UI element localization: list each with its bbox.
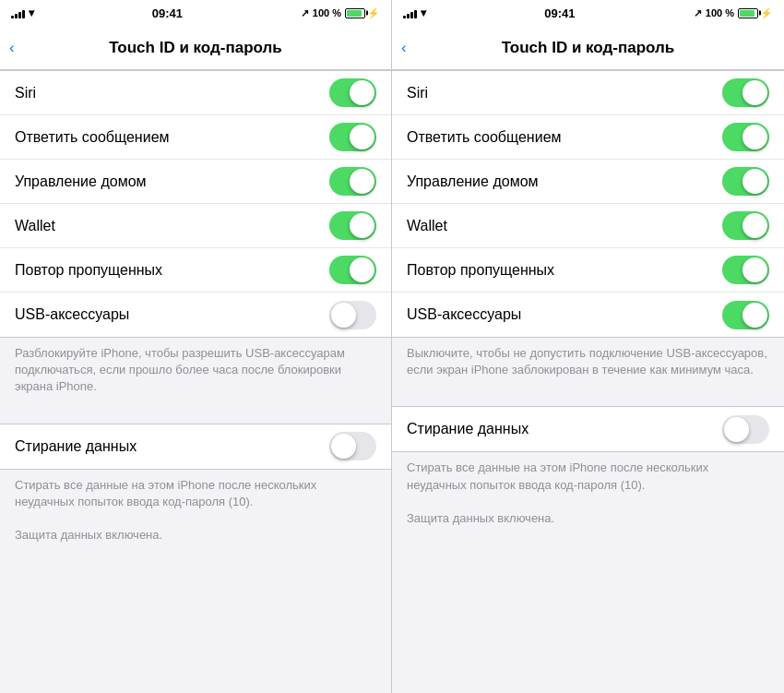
row-label-4: Повтор пропущенных <box>15 262 162 279</box>
row-label-3: Wallet <box>407 218 447 234</box>
toggle-3[interactable] <box>329 211 376 240</box>
row-label-2: Управление домом <box>15 173 147 190</box>
signal-bar-4 <box>22 10 25 18</box>
toggle-thumb-1 <box>350 125 374 149</box>
toggle-0[interactable] <box>722 78 769 107</box>
row-label-5: USB-аксессуары <box>15 306 129 323</box>
toggle-4[interactable] <box>329 256 376 284</box>
erase-label: Стирание данных <box>15 438 137 455</box>
status-bar: ▾ 09:41 ↗ 100 % ⚡ <box>392 0 784 26</box>
toggle-thumb-0 <box>742 80 767 105</box>
gps-icon: ↗ <box>694 7 702 19</box>
signal-percent: 100 % <box>313 7 341 18</box>
row-label-5: USB-аксессуары <box>407 306 521 323</box>
signal-bars-icon <box>11 7 25 18</box>
signal-bars-icon <box>403 7 417 18</box>
erase-footer-text: Стирать все данные на этом iPhone после … <box>0 470 391 556</box>
battery-container: ⚡ <box>738 7 773 19</box>
battery-icon <box>345 8 365 18</box>
signal-bar-3 <box>410 12 413 18</box>
toggle-1[interactable] <box>329 123 376 151</box>
row-label-0: Siri <box>407 85 428 102</box>
gps-icon: ↗ <box>301 7 309 19</box>
battery-fill <box>347 10 362 17</box>
erase-label: Стирание данных <box>407 421 529 437</box>
erase-toggle[interactable] <box>329 432 376 460</box>
status-time: 09:41 <box>544 6 575 20</box>
settings-row-0: Siri <box>0 71 391 115</box>
toggle-thumb-5 <box>331 303 356 328</box>
settings-list: Siri Ответить сообщением Управление домо… <box>0 70 391 338</box>
toggle-thumb-3 <box>350 213 374 238</box>
settings-row-5: USB-аксессуары <box>0 293 391 337</box>
toggle-thumb-4 <box>350 257 374 282</box>
erase-list: Стирание данных <box>392 406 784 452</box>
erase-toggle-thumb <box>724 417 749 442</box>
settings-row-1: Ответить сообщением <box>392 115 784 160</box>
status-bar: ▾ 09:41 ↗ 100 % ⚡ <box>0 0 391 26</box>
row-label-4: Повтор пропущенных <box>407 262 554 279</box>
wifi-icon: ▾ <box>421 6 426 19</box>
charge-icon: ⚡ <box>760 7 773 19</box>
erase-row: Стирание данных <box>0 424 391 469</box>
back-button[interactable]: ‹ <box>9 39 15 57</box>
toggle-thumb-1 <box>742 125 767 149</box>
toggle-thumb-3 <box>742 213 767 238</box>
toggle-thumb-4 <box>742 257 767 282</box>
erase-footer-text: Стирать все данные на этом iPhone после … <box>392 452 784 538</box>
toggle-5[interactable] <box>329 301 376 329</box>
status-time: 09:41 <box>152 6 183 20</box>
toggle-thumb-2 <box>742 169 767 194</box>
nav-bar: ‹ Touch ID и код-пароль <box>0 26 391 70</box>
charge-icon: ⚡ <box>367 7 380 19</box>
settings-row-1: Ответить сообщением <box>0 115 391 160</box>
battery-container: ⚡ <box>345 7 380 19</box>
settings-row-5: USB-аксессуары <box>392 293 784 337</box>
battery-fill <box>740 10 754 17</box>
back-button[interactable]: ‹ <box>401 39 407 57</box>
battery-icon <box>738 8 758 18</box>
toggle-2[interactable] <box>722 167 769 196</box>
signal-bar-1 <box>11 16 14 18</box>
nav-title: Touch ID и код-пароль <box>502 39 675 57</box>
toggle-2[interactable] <box>329 167 376 196</box>
row-label-1: Ответить сообщением <box>407 129 562 146</box>
settings-row-4: Повтор пропущенных <box>392 248 784 293</box>
nav-title: Touch ID и код-пароль <box>109 39 282 57</box>
section-divider <box>0 407 391 424</box>
toggle-thumb-5 <box>742 303 767 328</box>
content-area: Siri Ответить сообщением Управление домо… <box>392 70 784 693</box>
toggle-1[interactable] <box>722 123 769 151</box>
usb-footer-text: Выключите, чтобы не допустить подключени… <box>392 338 784 389</box>
signal-percent: 100 % <box>706 7 734 18</box>
toggle-4[interactable] <box>722 256 769 284</box>
erase-toggle[interactable] <box>722 415 769 444</box>
toggle-0[interactable] <box>329 78 376 107</box>
status-right: ↗ 100 % ⚡ <box>694 7 773 19</box>
phone-panel-left: ▾ 09:41 ↗ 100 % ⚡ ‹ Touch ID и код-парол… <box>0 0 392 693</box>
signal-bar-4 <box>414 10 417 18</box>
toggle-5[interactable] <box>722 301 769 329</box>
settings-row-3: Wallet <box>392 204 784 248</box>
settings-row-0: Siri <box>392 71 784 115</box>
row-label-2: Управление домом <box>407 173 539 190</box>
wifi-icon: ▾ <box>29 6 34 19</box>
toggle-thumb-0 <box>350 80 374 105</box>
content-area: Siri Ответить сообщением Управление домо… <box>0 70 391 693</box>
signal-bar-2 <box>15 14 18 18</box>
erase-list: Стирание данных <box>0 424 391 470</box>
status-left: ▾ <box>11 6 34 19</box>
row-label-3: Wallet <box>15 218 55 234</box>
row-label-0: Siri <box>15 85 36 102</box>
erase-row: Стирание данных <box>392 407 784 451</box>
toggle-3[interactable] <box>722 211 769 240</box>
toggle-thumb-2 <box>350 169 374 194</box>
settings-row-2: Управление домом <box>392 160 784 204</box>
status-right: ↗ 100 % ⚡ <box>301 7 380 19</box>
erase-toggle-thumb <box>331 434 356 459</box>
signal-bar-3 <box>18 12 21 18</box>
nav-bar: ‹ Touch ID и код-пароль <box>392 26 784 70</box>
settings-row-3: Wallet <box>0 204 391 248</box>
settings-list: Siri Ответить сообщением Управление домо… <box>392 70 784 338</box>
row-label-1: Ответить сообщением <box>15 129 170 146</box>
